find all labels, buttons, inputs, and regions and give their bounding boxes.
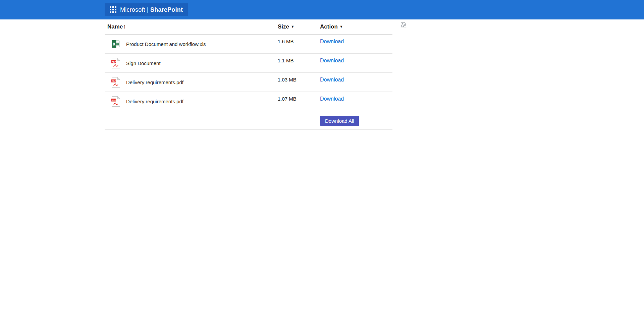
file-action-cell: Download xyxy=(320,35,392,53)
svg-text:X: X xyxy=(113,42,115,47)
table-row: X PDF Delivery requirements.pdf 1.03 MB … xyxy=(105,73,392,92)
table-row: X PDF Delivery requirements.pdf 1.07 MB … xyxy=(105,92,392,111)
table-row: X PDF Product Document and workflow.xls … xyxy=(105,35,392,54)
download-link[interactable]: Download xyxy=(320,96,344,102)
brand-wordmark: Microsoft | SharePoint xyxy=(120,6,183,13)
file-name: Product Document and workflow.xls xyxy=(126,41,206,47)
file-table: Name↑ Size▼ Action▼ X xyxy=(105,19,392,130)
sort-descending-icon: ▼ xyxy=(291,24,294,29)
column-header-action[interactable]: Action▼ xyxy=(320,23,392,30)
file-name: Sign Document xyxy=(126,60,161,66)
brand-separator: | xyxy=(147,6,150,13)
table-header-row: Name↑ Size▼ Action▼ xyxy=(105,19,392,35)
file-size: 1.07 MB xyxy=(278,92,320,111)
file-name-cell: X PDF Sign Document xyxy=(105,54,278,72)
download-link[interactable]: Download xyxy=(320,58,344,63)
pdf-file-icon: PDF xyxy=(111,96,121,107)
table-row: X PDF Sign Document 1.1 MB Download xyxy=(105,54,392,73)
file-name-cell: X PDF Delivery requirements.pdf xyxy=(105,92,278,111)
file-action-cell: Download xyxy=(320,92,392,111)
file-name-cell: X PDF Delivery requirements.pdf xyxy=(105,73,278,92)
file-name: Delivery requirements.pdf xyxy=(126,99,183,104)
broken-image-icon xyxy=(400,21,407,30)
sort-ascending-icon: ↑ xyxy=(123,23,126,30)
app-launcher-waffle-icon[interactable] xyxy=(110,6,116,13)
file-name-cell: X PDF Product Document and workflow.xls xyxy=(105,35,278,53)
column-label-action: Action xyxy=(320,23,338,30)
column-header-size[interactable]: Size▼ xyxy=(278,23,320,30)
column-label-name: Name xyxy=(107,23,123,30)
download-link[interactable]: Download xyxy=(320,39,344,44)
microsoft-wordmark: Microsoft xyxy=(120,6,147,13)
table-body: X PDF Product Document and workflow.xls … xyxy=(105,35,392,111)
file-size: 1.03 MB xyxy=(278,73,320,92)
suite-bar: Microsoft | SharePoint xyxy=(0,0,644,19)
sharepoint-wordmark: SharePoint xyxy=(150,6,183,13)
file-name: Delivery requirements.pdf xyxy=(126,79,183,85)
pdf-file-icon: PDF xyxy=(111,77,121,88)
download-link[interactable]: Download xyxy=(320,77,344,82)
file-action-cell: Download xyxy=(320,73,392,92)
table-footer-row: Download All xyxy=(105,111,392,130)
download-all-button[interactable]: Download All xyxy=(320,116,359,126)
svg-text:PDF: PDF xyxy=(111,79,116,82)
file-size: 1.1 MB xyxy=(278,54,320,72)
sort-descending-icon: ▼ xyxy=(339,24,343,29)
column-header-name[interactable]: Name↑ xyxy=(105,23,278,30)
file-action-cell: Download xyxy=(320,54,392,72)
excel-file-icon: X xyxy=(111,40,121,48)
file-size: 1.6 MB xyxy=(278,35,320,53)
pdf-file-icon: PDF xyxy=(111,58,121,69)
app-launcher-brand[interactable]: Microsoft | SharePoint xyxy=(105,3,188,16)
svg-text:PDF: PDF xyxy=(111,60,116,63)
column-label-size: Size xyxy=(278,23,289,30)
svg-text:PDF: PDF xyxy=(111,99,116,101)
